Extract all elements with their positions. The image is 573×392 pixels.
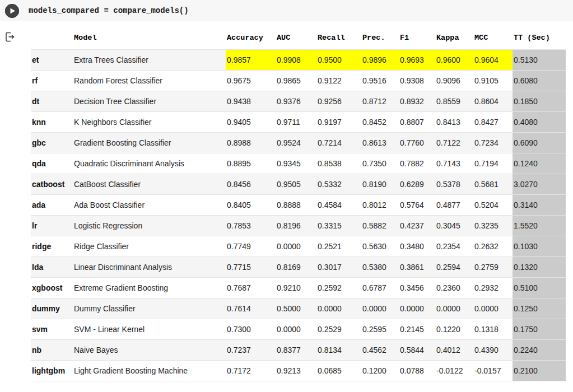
tt-cell: 0.2100 [513,360,566,381]
code-input[interactable]: models_compared = compare_models() [29,6,189,15]
model-name-cell: CatBoost Classifier [73,174,226,194]
model-name-cell: Linear Discriminant Analysis [73,256,226,277]
table-header: ModelAccuracyAUCRecallPrec.F1KappaMCCTT … [31,27,566,49]
tt-cell: 0.1320 [513,256,566,277]
metric-cell: 0.7853 [226,215,276,236]
table-row: gbcGradient Boosting Classifier0.89880.9… [31,132,566,153]
column-header: F1 [399,27,435,49]
metric-cell: 0.8932 [399,91,435,111]
row-index-cell: lr [31,215,73,236]
column-header: Prec. [361,27,399,49]
tt-cell: 0.1240 [513,153,566,174]
metric-cell: 0.7749 [226,236,276,256]
metric-cell: 0.7122 [435,132,473,153]
model-name-cell: K Neighbors Classifier [73,111,226,132]
model-name-cell: Ada Boost Classifier [73,194,226,215]
model-name-cell: Ridge Classifier [73,236,226,256]
tt-cell: 0.6090 [513,132,566,153]
run-cell-button[interactable] [5,4,19,18]
metric-cell: 0.8196 [276,215,316,236]
table-row: nbNaive Bayes0.72370.83770.81340.45620.5… [31,339,566,360]
output-gutter [0,27,31,381]
metric-cell: 0.2932 [473,277,513,298]
tt-cell: 1.5520 [513,215,566,236]
metric-cell: 0.0000 [276,319,316,339]
metric-cell: 0.8807 [399,111,435,132]
metric-cell: 0.0000 [399,298,435,319]
metric-cell: 0.8134 [316,339,361,360]
table-row: adaAda Boost Classifier0.84050.88880.458… [31,194,566,215]
metric-cell: 0.9505 [276,174,316,194]
model-name-cell: Extra Trees Classifier [73,49,226,70]
metric-cell: 0.1220 [435,319,473,339]
row-index-cell: ada [31,194,73,215]
metric-cell: 0.8888 [276,194,316,215]
model-name-cell: Light Gradient Boosting Machine [73,360,226,381]
table-header-row: ModelAccuracyAUCRecallPrec.F1KappaMCCTT … [31,27,566,49]
metric-cell: 0.3045 [435,215,473,236]
tt-cell: 0.5130 [513,49,566,70]
column-header: Recall [316,27,361,49]
metric-cell: 0.9105 [473,70,513,91]
table-row: knnK Neighbors Classifier0.94050.97110.9… [31,111,566,132]
metric-cell: 0.8377 [276,339,316,360]
metric-cell: 0.9096 [435,70,473,91]
table-row: catboostCatBoost Classifier0.84560.95050… [31,174,566,194]
metric-cell: -0.0122 [435,360,473,381]
metric-cell: 0.5380 [361,256,399,277]
row-index-cell: ridge [31,236,73,256]
model-name-cell: Extreme Gradient Boosting [73,277,226,298]
metric-cell: 0.4237 [399,215,435,236]
code-cell[interactable]: models_compared = compare_models() [0,0,573,21]
table-row: etExtra Trees Classifier0.98570.99080.95… [31,49,566,70]
metric-cell: 0.5844 [399,339,435,360]
metric-cell: 0.7300 [226,319,276,339]
row-index-cell: svm [31,319,73,339]
row-index-cell: qda [31,153,73,174]
metric-cell: 0.2759 [473,256,513,277]
metric-cell: 0.5332 [316,174,361,194]
metric-cell: 0.9908 [276,49,316,70]
metric-cell: 0.3456 [399,277,435,298]
row-index-cell: dt [31,91,73,111]
metric-cell: 0.8613 [361,132,399,153]
table-row: xgboostExtreme Gradient Boosting0.76870.… [31,277,566,298]
metric-cell: 0.2529 [316,319,361,339]
metric-cell: 0.7882 [399,153,435,174]
metric-cell: 0.2145 [399,319,435,339]
table-row: dummyDummy Classifier0.76140.50000.00000… [31,298,566,319]
metric-cell: 0.8190 [361,174,399,194]
metric-cell: 0.7760 [399,132,435,153]
table-row: qdaQuadratic Discriminant Analysis0.8895… [31,153,566,174]
metric-cell: 0.7237 [226,339,276,360]
metric-cell: 0.0788 [399,360,435,381]
metric-cell: 0.5378 [435,174,473,194]
metric-cell: 0.7350 [361,153,399,174]
metric-cell: 0.9376 [276,91,316,111]
metric-cell: 0.0000 [361,298,399,319]
row-index-cell: xgboost [31,277,73,298]
row-index-cell: lightgbm [31,360,73,381]
table-row: ridgeRidge Classifier0.77490.00000.25210… [31,236,566,256]
metric-cell: 0.9604 [473,49,513,70]
metric-cell: 0.5204 [473,194,513,215]
column-header: TT (Sec) [513,27,566,49]
metric-cell: 0.7614 [226,298,276,319]
metric-cell: 0.3480 [399,236,435,256]
metric-cell: 0.7214 [316,132,361,153]
tt-cell: 0.1850 [513,91,566,111]
play-icon [5,4,19,18]
row-index-cell: dummy [31,298,73,319]
metric-cell: 0.8538 [316,153,361,174]
model-comparison-table: ModelAccuracyAUCRecallPrec.F1KappaMCCTT … [31,27,566,381]
metric-cell: 0.9405 [226,111,276,132]
model-name-cell: Decision Tree Classifier [73,91,226,111]
metric-cell: 0.9693 [399,49,435,70]
column-header [31,27,73,49]
metric-cell: 0.2595 [361,319,399,339]
metric-cell: 0.9345 [276,153,316,174]
metric-cell: 0.4877 [435,194,473,215]
metric-cell: 0.1200 [361,360,399,381]
metric-cell: 0.9857 [226,49,276,70]
tt-cell: 0.4080 [513,111,566,132]
